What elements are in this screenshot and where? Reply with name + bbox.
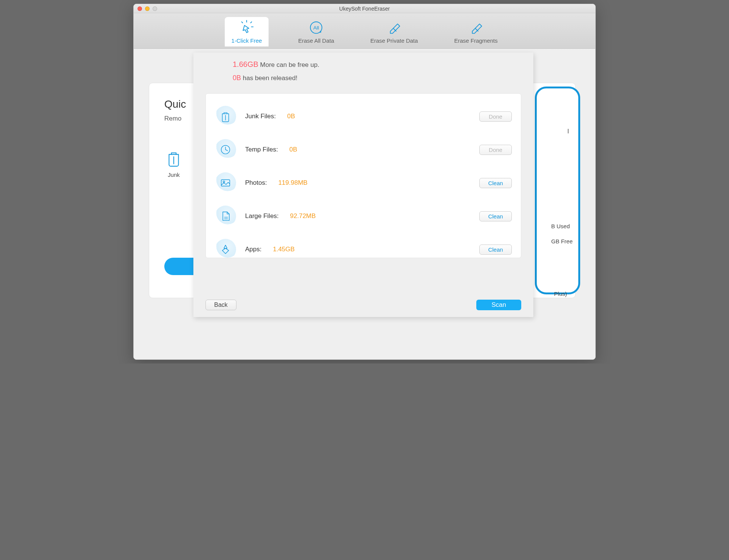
scan-results-panel: 1.66GB More can be free up. 0B has been … [193,53,533,317]
row-value: 0B [287,113,295,120]
file-icon [215,206,236,227]
storage-free-suffix: GB Free [551,238,573,244]
minimize-window-button[interactable] [145,6,150,11]
row-large-files: Large Files: 92.72MB Clean [213,200,513,233]
tab-one-click-free[interactable]: 1-Click Free [225,17,269,46]
device-model-suffix: Plus) [554,291,567,297]
tab-erase-fragments[interactable]: Erase Fragments [447,17,504,46]
free-suffix: More can be free up. [260,61,320,68]
scan-button[interactable]: Scan [476,300,521,310]
clean-button[interactable]: Clean [479,178,512,188]
window-controls [137,6,157,11]
maximize-window-button[interactable] [153,6,157,11]
clock-icon [215,139,236,160]
svg-point-2 [320,31,321,33]
released-suffix: has been released! [243,74,298,82]
row-value: 0B [289,146,297,153]
row-photos: Photos: 119.98MB Clean [213,166,513,200]
storage-info: B Used GB Free [551,219,573,249]
window-title: UkeySoft FoneEraser [134,6,595,12]
row-label: Photos: [245,179,267,187]
tab-label: 1-Click Free [232,37,262,44]
row-value: 119.98MB [278,179,308,187]
tab-label: Erase Fragments [454,37,497,44]
row-label: Junk Files: [245,113,276,120]
photo-icon [215,172,236,193]
tab-erase-private-data[interactable]: Erase Private Data [363,17,425,46]
trash-icon [164,149,183,168]
row-junk-files: Junk Files: 0B Done [213,100,513,133]
row-temp-files: Temp Files: 0B Done [213,133,513,166]
tab-erase-all-data[interactable]: All Erase All Data [291,17,341,46]
app-window: UkeySoft FoneEraser 1-Click Free All Era… [133,4,596,360]
free-amount: 1.66GB [233,60,258,68]
svg-point-5 [223,181,225,183]
row-value: 92.72MB [290,212,316,220]
row-label: Temp Files: [245,146,278,153]
main-tabs: 1-Click Free All Erase All Data Erase Pr… [134,13,595,49]
svg-text:All: All [314,25,319,31]
apps-icon [215,239,236,260]
released-amount: 0B [233,74,241,82]
cursor-spark-icon [238,20,255,35]
back-button[interactable]: Back [205,300,236,310]
scan-summary: 1.66GB More can be free up. 0B has been … [193,53,533,90]
row-label: Large Files: [245,212,279,220]
clean-button[interactable]: Clean [479,244,512,255]
eraser-icon [385,20,403,35]
row-value: 1.45GB [273,246,295,253]
done-button: Done [479,145,512,155]
device-outline-icon [535,87,580,294]
scan-results-list: Junk Files: 0B Done Temp Files: 0B Done [205,93,521,258]
content-area: Quic Remo Junk B Used GB Free l Plus) [134,49,595,359]
eraser-icon [467,20,485,35]
trash-icon [215,106,236,127]
row-apps: Apps: 1.45GB Clean [213,233,513,266]
done-button: Done [479,111,512,122]
row-label: Apps: [245,246,261,253]
category-label: Junk [168,172,180,178]
tab-label: Erase All Data [298,37,334,44]
category-junk-files[interactable]: Junk [164,149,183,178]
close-window-button[interactable] [137,6,142,11]
clean-button[interactable]: Clean [479,211,512,221]
storage-used-suffix: B Used [551,223,570,229]
device-name-suffix: l [567,128,569,135]
titlebar: UkeySoft FoneEraser [134,4,595,13]
all-circle-icon: All [307,20,325,35]
tab-label: Erase Private Data [370,37,418,44]
panel-footer: Back Scan [205,300,521,310]
